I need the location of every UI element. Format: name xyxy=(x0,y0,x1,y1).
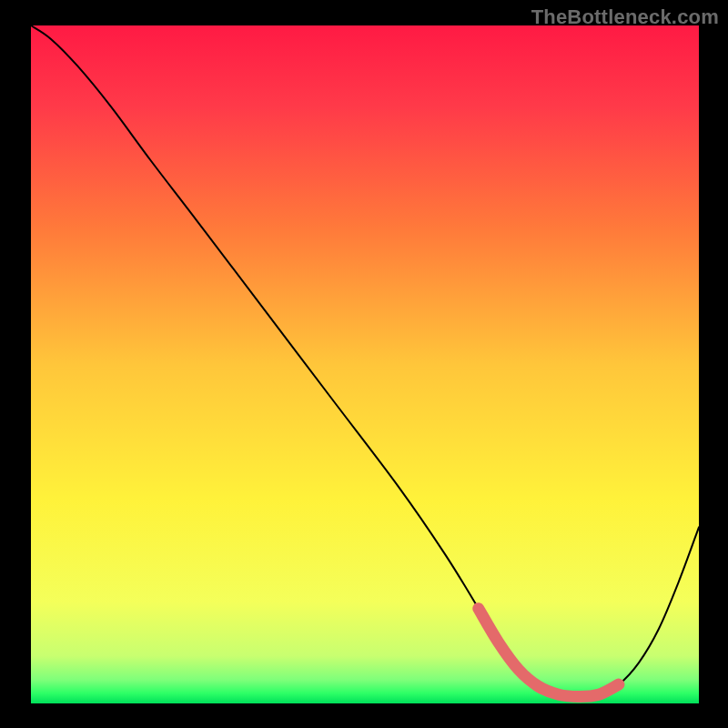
bottleneck-chart xyxy=(0,0,728,728)
chart-frame: TheBottleneck.com xyxy=(0,0,728,728)
chart-background xyxy=(31,25,699,703)
watermark-label: TheBottleneck.com xyxy=(531,5,719,29)
